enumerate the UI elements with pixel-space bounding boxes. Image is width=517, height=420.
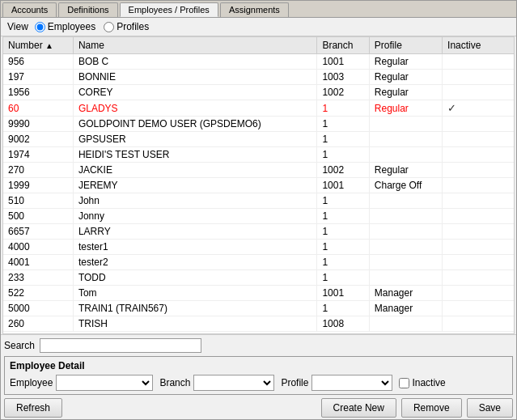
- table-row[interactable]: 260TRISH1008: [3, 316, 514, 332]
- table-row[interactable]: 1974HEIDI'S TEST USER1: [3, 147, 514, 163]
- tab-employees-profiles[interactable]: Employees / Profiles: [120, 2, 218, 17]
- cell-name: tester1: [73, 240, 317, 255]
- tab-definitions[interactable]: Definitions: [58, 2, 117, 17]
- table-header-row: Number ▲ Name Branch Profile Inactive: [3, 37, 514, 54]
- profile-select[interactable]: [311, 375, 392, 391]
- cell-inactive: [443, 147, 514, 163]
- cell-inactive: [443, 286, 514, 301]
- radio-employees[interactable]: Employees: [35, 21, 95, 32]
- search-row: Search: [4, 338, 513, 353]
- cell-number: 233: [3, 270, 73, 286]
- cell-inactive: [443, 224, 514, 240]
- cell-inactive: [443, 301, 514, 316]
- cell-inactive: [443, 178, 514, 193]
- cell-inactive: ✓: [443, 100, 514, 117]
- table-row[interactable]: 522Tom1001Manager: [3, 286, 514, 301]
- cell-profile: [369, 270, 442, 286]
- table-row[interactable]: 9990GOLDPOINT DEMO USER (GPSDEMO6)1: [3, 117, 514, 132]
- cell-number: 1974: [3, 147, 73, 163]
- search-input[interactable]: [40, 338, 201, 353]
- create-new-button[interactable]: Create New: [321, 398, 396, 418]
- table-row[interactable]: 956BOB C1001Regular: [3, 54, 514, 70]
- cell-name: JACKIE: [73, 163, 317, 178]
- save-button[interactable]: Save: [467, 398, 513, 418]
- table-row[interactable]: 500Jonny1: [3, 209, 514, 224]
- cell-name: tester2: [73, 255, 317, 270]
- cell-branch: 1: [317, 224, 369, 240]
- table-row[interactable]: 4000tester11: [3, 240, 514, 255]
- cell-profile: [369, 240, 442, 255]
- cell-branch: 1: [317, 301, 369, 316]
- cell-name: Tom: [73, 286, 317, 301]
- cell-profile: Regular: [369, 85, 442, 100]
- table-row[interactable]: 270JACKIE1002Regular: [3, 163, 514, 178]
- cell-inactive: [443, 163, 514, 178]
- main-window: Accounts Definitions Employees / Profile…: [0, 0, 517, 420]
- employee-detail-title: Employee Detail: [10, 360, 507, 371]
- cell-name: BOB C: [73, 54, 317, 70]
- cell-branch: 1: [317, 100, 369, 117]
- cell-name: TRAIN1 (TRAIN567): [73, 301, 317, 316]
- cell-number: 6657: [3, 224, 73, 240]
- cell-branch: 1001: [317, 286, 369, 301]
- table-row[interactable]: 1956COREY1002Regular: [3, 85, 514, 100]
- cell-number: 9990: [3, 117, 73, 132]
- view-row: View Employees Profiles: [1, 18, 516, 36]
- cell-name: GPSUSER: [73, 132, 317, 147]
- refresh-button[interactable]: Refresh: [4, 398, 62, 418]
- table-row[interactable]: 9002GPSUSER1: [3, 132, 514, 147]
- table-row[interactable]: 197BONNIE1003Regular: [3, 70, 514, 85]
- table-row[interactable]: 233TODD1: [3, 270, 514, 286]
- cell-profile: Manager: [369, 301, 442, 316]
- cell-inactive: [443, 117, 514, 132]
- cell-number: 197: [3, 70, 73, 85]
- col-branch[interactable]: Branch: [317, 37, 369, 54]
- col-profile[interactable]: Profile: [369, 37, 442, 54]
- col-number[interactable]: Number ▲: [3, 37, 73, 54]
- table-row[interactable]: 4001tester21: [3, 255, 514, 270]
- employees-table-container[interactable]: Number ▲ Name Branch Profile Inactive 95…: [2, 36, 515, 334]
- employee-select[interactable]: [56, 375, 153, 391]
- cell-branch: 1: [317, 117, 369, 132]
- cell-profile: Regular: [369, 70, 442, 85]
- radio-profiles-input[interactable]: [104, 22, 114, 32]
- table-row[interactable]: 6657LARRY1: [3, 224, 514, 240]
- employee-field: Employee: [10, 375, 153, 391]
- profile-label: Profile: [281, 377, 308, 388]
- table-row[interactable]: 1999JEREMY1001Charge Off: [3, 178, 514, 193]
- cell-profile: [369, 193, 442, 209]
- sort-arrow-number: ▲: [45, 41, 53, 50]
- cell-inactive: [443, 70, 514, 85]
- radio-profiles[interactable]: Profiles: [104, 21, 149, 32]
- branch-select[interactable]: [193, 375, 274, 391]
- cell-number: 956: [3, 54, 73, 70]
- cell-profile: [369, 147, 442, 163]
- radio-employees-input[interactable]: [35, 22, 45, 32]
- cell-name: GOLDPOINT DEMO USER (GPSDEMO6): [73, 117, 317, 132]
- cell-name: HEIDI'S TEST USER: [73, 147, 317, 163]
- cell-profile: [369, 316, 442, 332]
- tab-assignments[interactable]: Assignments: [220, 2, 289, 17]
- cell-branch: 1002: [317, 163, 369, 178]
- col-name[interactable]: Name: [73, 37, 317, 54]
- bottom-section: Search Employee Detail Employee Branch: [1, 334, 516, 419]
- tab-accounts[interactable]: Accounts: [2, 2, 57, 17]
- inactive-check-label: Inactive: [412, 377, 445, 388]
- col-inactive[interactable]: Inactive: [443, 37, 514, 54]
- table-row[interactable]: 5000TRAIN1 (TRAIN567)1Manager: [3, 301, 514, 316]
- cell-name: BONNIE: [73, 70, 317, 85]
- cell-name: GLADYS: [73, 100, 317, 117]
- cell-branch: 1: [317, 147, 369, 163]
- table-row[interactable]: 510John1: [3, 193, 514, 209]
- cell-number: 522: [3, 286, 73, 301]
- cell-number: 9002: [3, 132, 73, 147]
- cell-inactive: [443, 270, 514, 286]
- view-label: View: [7, 21, 28, 32]
- cell-name: John: [73, 193, 317, 209]
- branch-field: Branch: [159, 375, 274, 391]
- remove-button[interactable]: Remove: [401, 398, 462, 418]
- inactive-checkbox[interactable]: [399, 378, 409, 388]
- cell-name: Jonny: [73, 209, 317, 224]
- cell-branch: 1008: [317, 316, 369, 332]
- table-row[interactable]: 60GLADYS1Regular✓: [3, 100, 514, 117]
